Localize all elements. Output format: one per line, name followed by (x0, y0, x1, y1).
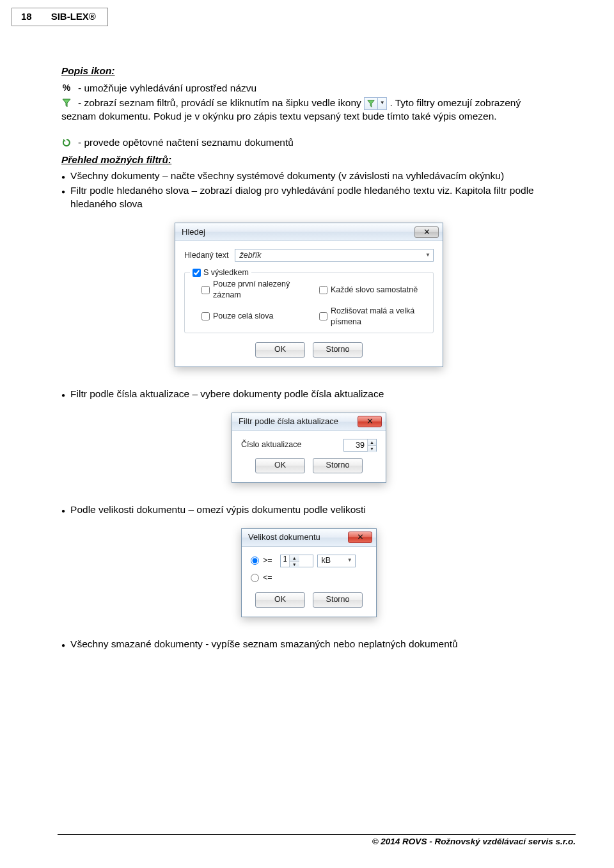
radio-ge[interactable] (251, 556, 259, 565)
spin-up-icon[interactable]: ▲ (290, 555, 299, 562)
content: Popis ikon: % - umožňuje vyhledávání upr… (0, 26, 614, 651)
funnel-description: - zobrazí seznam filtrů, provádí se klik… (61, 97, 521, 122)
refresh-icon (61, 138, 72, 148)
close-icon: ✕ (366, 416, 374, 427)
update-number-input[interactable] (344, 439, 367, 451)
size-dialog: Velikost dokumentu ✕ >= ▲▼ kB ▼ (241, 528, 377, 617)
ok-button[interactable]: OK (255, 592, 305, 608)
funnel-icon (61, 98, 72, 108)
close-icon: ✕ (357, 532, 364, 543)
op-ge-label: >= (263, 555, 272, 566)
chk-each-word[interactable]: Každé slovo samostatně (319, 279, 425, 301)
filter-item: Všechny dokumenty – načte všechny systém… (61, 170, 556, 183)
chevron-down-icon[interactable]: ▼ (377, 98, 386, 109)
search-label: Hledaný text (184, 250, 228, 261)
close-button[interactable]: ✕ (348, 532, 372, 543)
search-dialog: Hledej ✕ Hledaný text žebřík ▼ S výsledk… (175, 223, 443, 367)
op-le-label: <= (263, 572, 272, 583)
ok-button[interactable]: OK (255, 342, 305, 358)
size-input[interactable] (281, 555, 289, 564)
size-spinner[interactable]: ▲▼ (280, 555, 313, 567)
copyright: © 2014 ROVS - Rožnovský vzdělávací servi… (372, 837, 576, 846)
chevron-down-icon[interactable]: ▼ (425, 252, 430, 259)
section-title: Popis ikon: (61, 65, 556, 78)
filter-item: Všechny smazané dokumenty - vypíše sezna… (61, 638, 556, 651)
close-icon: ✕ (423, 226, 430, 238)
spin-down-icon[interactable]: ▼ (368, 446, 376, 452)
dialog-title: Velikost dokumentu (248, 532, 320, 543)
search-value: žebřík (239, 250, 261, 261)
refresh-description: - provede opětovné načtení seznamu dokum… (78, 136, 294, 150)
filter-item: Podle velikosti dokumentu – omezí výpis … (61, 503, 556, 517)
ok-button[interactable]: OK (255, 458, 305, 473)
app-name: SIB-LEX® (51, 11, 96, 22)
filter-item: Filtr podle hledaného slova – zobrazí di… (61, 184, 556, 211)
chevron-down-icon[interactable]: ▼ (347, 557, 352, 564)
chk-first-result[interactable]: Pouze první nalezený záznam (201, 279, 308, 301)
dialog-title: Hledej (182, 226, 205, 238)
close-button[interactable]: ✕ (358, 416, 382, 427)
page-number: 18 (21, 11, 32, 22)
result-group: S výsledkem Pouze první nalezený záznam … (184, 272, 434, 333)
update-number-spinner[interactable]: ▲▼ (343, 439, 377, 452)
spin-up-icon[interactable]: ▲ (368, 439, 376, 446)
close-button[interactable]: ✕ (414, 226, 439, 238)
with-result-checkbox[interactable] (193, 269, 201, 277)
percent-description: - umožňuje vyhledávání uprostřed názvu (78, 82, 256, 95)
page-header: 18 SIB-LEX® (0, 0, 614, 26)
update-filter-dialog: Filtr podle čísla aktualizace ✕ Číslo ak… (232, 413, 386, 483)
filter-item: Filtr podle čísla aktualizace – vybere d… (61, 388, 556, 401)
chk-whole-words[interactable]: Pouze celá slova (201, 306, 308, 327)
chk-case-sensitive[interactable]: Rozlišovat malá a velká písmena (319, 306, 425, 327)
cancel-button[interactable]: Storno (313, 458, 363, 473)
unit-combo[interactable]: kB ▼ (317, 555, 356, 567)
cancel-button[interactable]: Storno (313, 342, 363, 358)
group-label: S výsledkem (203, 267, 249, 278)
search-combo[interactable]: žebřík ▼ (235, 249, 434, 262)
dialog-title: Filtr podle čísla aktualizace (239, 416, 338, 427)
filters-title: Přehled možných filtrů: (61, 154, 556, 167)
percent-icon: % (61, 83, 72, 93)
funnel-dropdown-icon[interactable]: ▼ (364, 97, 387, 110)
spin-down-icon[interactable]: ▼ (290, 562, 299, 567)
update-number-label: Číslo aktualizace (241, 439, 302, 450)
radio-le[interactable] (251, 574, 259, 582)
cancel-button[interactable]: Storno (313, 592, 363, 608)
footer: © 2014 ROVS - Rožnovský vzdělávací servi… (58, 834, 576, 846)
page-number-box: 18 SIB-LEX® (12, 8, 108, 26)
